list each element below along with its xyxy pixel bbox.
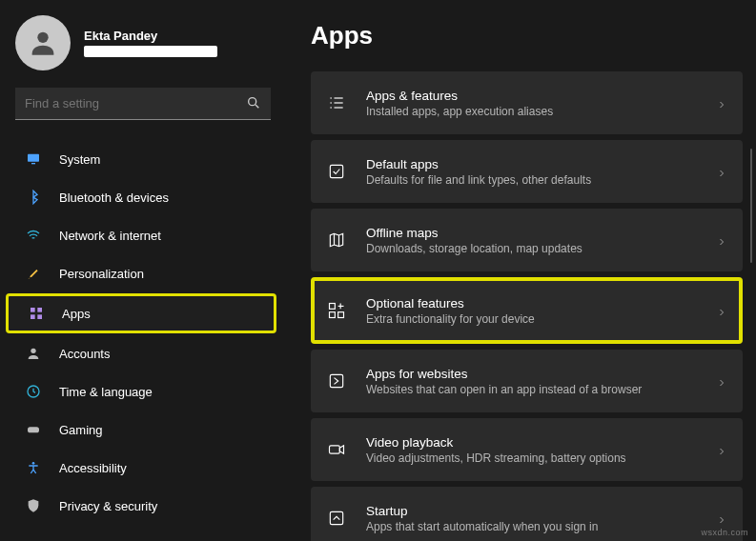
svg-point-9 [31,349,35,353]
bluetooth-icon [25,189,42,206]
card-maps[interactable]: Offline maps Downloads, storage location… [311,209,743,271]
brush-icon [25,265,42,282]
card-text: Offline maps Downloads, storage location… [366,226,716,255]
svg-rect-30 [330,511,342,524]
watermark: wsxdn.com [701,528,748,537]
card-subtitle: Websites that can open in an app instead… [366,383,716,396]
svg-rect-22 [330,304,336,310]
card-title: Offline maps [366,226,716,240]
card-startup[interactable]: Startup Apps that start automatically wh… [311,487,743,541]
card-features[interactable]: Apps & features Installed apps, app exec… [311,71,743,134]
map-icon [326,230,347,250]
svg-rect-28 [330,446,340,453]
sidebar-item-label: Bluetooth & devices [59,190,169,205]
chevron-right-icon [716,166,727,177]
card-subtitle: Installed apps, app execution aliases [366,105,716,118]
card-title: Video playback [366,435,716,450]
card-subtitle: Extra functionality for your device [366,312,716,326]
nav-list: System Bluetooth & devices Network & int… [0,141,286,524]
card-text: Apps for websites Websites that can open… [366,367,716,396]
sidebar-item-accounts[interactable]: Accounts [6,335,276,371]
user-icon [27,27,59,59]
sidebar-item-label: Network & internet [59,229,161,243]
page-title: Apps [311,21,743,50]
sidebar-item-system[interactable]: System [6,141,276,177]
wifi-icon [25,227,42,244]
chevron-right-icon [716,444,727,455]
sidebar: Ekta Pandey System Bluetooth & devices N… [0,0,286,541]
sidebar-item-personal[interactable]: Personalization [6,255,276,291]
game-icon [25,421,42,438]
profile-name: Ekta Pandey [84,29,217,43]
card-title: Apps for websites [366,367,716,381]
chevron-right-icon [716,97,727,109]
card-text: Startup Apps that start automatically wh… [366,504,716,533]
svg-rect-24 [338,312,344,318]
card-subtitle: Downloads, storage location, map updates [366,242,716,255]
chevron-right-icon [716,234,727,246]
sidebar-item-gaming[interactable]: Gaming [6,411,276,448]
svg-point-0 [37,32,48,43]
profile[interactable]: Ekta Pandey [0,15,286,88]
plus-icon [326,300,347,321]
search-box[interactable] [15,88,271,120]
sidebar-item-access[interactable]: Accessibility [6,450,276,486]
main-panel: Apps Apps & features Installed apps, app… [286,0,756,541]
card-text: Video playback Video adjustments, HDR st… [366,435,716,465]
card-title: Default apps [366,157,716,171]
apps-icon [28,305,45,322]
sidebar-item-network[interactable]: Network & internet [6,217,276,253]
chevron-right-icon [716,512,727,524]
web-icon [326,371,347,391]
chevron-right-icon [716,375,727,387]
card-text: Optional features Extra functionality fo… [366,296,716,326]
card-default[interactable]: Default apps Defaults for file and link … [311,140,743,203]
svg-rect-3 [28,154,39,162]
svg-rect-8 [37,314,42,319]
card-text: Apps & features Installed apps, app exec… [366,89,716,118]
svg-line-2 [255,105,258,108]
sidebar-item-label: Gaming [59,423,103,437]
list-icon [326,92,347,113]
shield-icon [25,497,42,514]
startup-icon [326,508,347,529]
card-websites[interactable]: Apps for websites Websites that can open… [311,350,743,412]
chevron-right-icon [716,305,727,316]
sidebar-item-label: Accounts [59,347,110,361]
search-icon [246,95,261,110]
sidebar-item-label: Time & language [59,385,153,399]
card-text: Default apps Defaults for file and link … [366,157,716,187]
svg-rect-7 [31,314,35,319]
svg-point-12 [32,462,35,465]
sidebar-item-label: Apps [62,307,91,321]
access-icon [25,459,42,476]
default-icon [326,161,347,182]
card-list: Apps & features Installed apps, app exec… [311,71,743,541]
card-subtitle: Defaults for file and link types, other … [366,173,716,187]
svg-marker-29 [339,446,343,453]
card-title: Startup [366,504,716,518]
svg-rect-4 [31,163,35,164]
profile-text: Ekta Pandey [84,29,217,57]
sidebar-item-privacy[interactable]: Privacy & security [6,488,276,524]
sidebar-item-time[interactable]: Time & language [6,373,276,410]
sidebar-item-bluetooth[interactable]: Bluetooth & devices [6,179,276,215]
sidebar-item-label: System [59,152,100,167]
card-video[interactable]: Video playback Video adjustments, HDR st… [311,418,743,481]
svg-rect-19 [330,165,342,177]
svg-rect-27 [330,374,342,387]
svg-rect-11 [28,427,39,432]
card-optional[interactable]: Optional features Extra functionality fo… [311,277,743,344]
user-icon [25,345,42,362]
profile-email-redacted [84,46,217,57]
monitor-icon [25,150,42,168]
video-icon [326,439,347,460]
clock-icon [25,383,42,400]
svg-point-1 [249,98,256,106]
sidebar-item-label: Privacy & security [59,499,157,513]
sidebar-item-apps[interactable]: Apps [6,293,276,333]
search-input[interactable] [15,88,271,120]
svg-rect-23 [330,312,336,318]
card-subtitle: Apps that start automatically when you s… [366,520,716,533]
avatar [15,15,71,70]
